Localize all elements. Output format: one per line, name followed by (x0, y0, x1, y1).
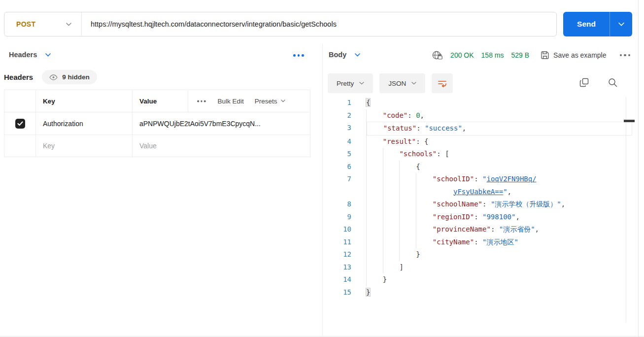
chevron-down-icon (281, 100, 285, 102)
indent-guide (416, 198, 416, 211)
code-line: 15} (323, 286, 638, 299)
bulk-edit-link[interactable]: Bulk Edit (218, 98, 244, 105)
indent-guide (383, 248, 383, 261)
indent-guide (366, 236, 367, 249)
copy-icon[interactable] (579, 78, 589, 87)
search-icon[interactable] (608, 78, 617, 87)
header-key-field[interactable]: Authorization (36, 112, 133, 135)
response-body-viewer[interactable]: 1{2"code": 0,3"status": "success",4"resu… (323, 97, 638, 337)
indent-guide (366, 161, 367, 173)
code-token: "998100" (482, 213, 515, 221)
code-token: : (416, 124, 425, 132)
method-selector[interactable]: POST (4, 12, 82, 36)
indent-guide (366, 198, 367, 211)
header-value-field[interactable]: aPNPWQUjbE2tAoi5V7bmE3CpycqN... (133, 112, 310, 135)
chevron-down-icon (66, 23, 71, 26)
indent-guide (399, 223, 400, 236)
request-section-selector[interactable]: Headers (9, 51, 51, 59)
indent-guide (367, 122, 367, 135)
indent-guide (383, 161, 383, 173)
indent-guide (399, 248, 400, 261)
headers-heading: Headers (4, 73, 33, 81)
indent-guide (366, 173, 367, 186)
code-line: 2"code": 0, (323, 109, 638, 122)
code-token: ioqV2FN9HBq/ (486, 175, 536, 183)
line-number: 6 (323, 161, 351, 173)
code-line: 5"schools": [ (323, 148, 638, 161)
code-token: : [ (437, 150, 449, 158)
line-number: 14 (323, 273, 351, 286)
code-token: } (383, 275, 387, 283)
status-code-badge[interactable]: 200 OK (450, 51, 474, 59)
new-header-key-field[interactable]: Key (36, 135, 133, 157)
code-token: : (474, 238, 482, 246)
indent-guide (366, 273, 367, 286)
code-line: 6{ (323, 161, 638, 173)
hidden-headers-badge[interactable]: 9 hidden (42, 70, 97, 84)
send-button-label[interactable]: Send (563, 12, 610, 36)
new-header-value-field[interactable]: Value (133, 135, 310, 157)
header-enabled-checkbox[interactable] (15, 119, 25, 129)
response-size-badge[interactable]: 529 B (511, 51, 530, 59)
response-section-title: Body (329, 51, 346, 59)
code-token: ] (399, 263, 403, 271)
response-more-actions-icon[interactable] (620, 54, 631, 57)
indent-guide (366, 261, 367, 274)
line-number: 9 (323, 211, 351, 224)
code-line: 13] (323, 261, 638, 274)
request-more-actions-icon[interactable] (293, 54, 304, 57)
indent-guide (366, 248, 367, 261)
code-line-content: "result": { (366, 135, 632, 148)
request-section-title: Headers (9, 51, 37, 59)
indent-guide (416, 186, 416, 199)
code-token: "provinceName" (433, 225, 491, 233)
code-line: 14} (323, 273, 638, 286)
code-token: : (482, 200, 491, 208)
send-options-button[interactable] (610, 12, 632, 36)
response-section-selector[interactable]: Body (329, 51, 360, 59)
code-line-content: ] (366, 261, 632, 274)
code-token: "cityName" (433, 238, 474, 246)
language-label: JSON (388, 80, 406, 87)
line-number: 11 (323, 236, 351, 249)
indent-guide (399, 161, 400, 173)
code-line-content: } (366, 273, 632, 286)
line-number: 5 (323, 148, 351, 161)
indent-guide (383, 261, 383, 274)
table-row: Key Value (4, 135, 310, 157)
send-button[interactable]: Send (563, 12, 632, 36)
save-as-example-button[interactable]: Save as example (541, 51, 606, 60)
indent-guide (416, 173, 416, 186)
scrollbar-cursor-marker[interactable] (624, 120, 635, 122)
line-number: 13 (323, 261, 351, 274)
save-icon (541, 51, 549, 60)
indent-guide (383, 148, 383, 161)
line-number: 3 (323, 122, 351, 135)
line-number: 15 (323, 286, 351, 299)
hidden-headers-count: 9 hidden (62, 73, 90, 81)
response-time-badge[interactable]: 158 ms (481, 51, 504, 59)
indent-guide (366, 186, 367, 199)
line-number (323, 186, 351, 199)
view-mode-dropdown[interactable]: Pretty (328, 73, 373, 93)
code-scrollbar[interactable] (626, 97, 626, 323)
table-more-actions-icon[interactable] (197, 100, 205, 102)
code-token: : (474, 213, 482, 221)
headers-table-header: Key Value Bulk Edit Presets (4, 90, 310, 112)
chevron-down-icon (359, 82, 364, 85)
wrap-lines-toggle[interactable] (432, 73, 453, 93)
code-line: 1{ (323, 97, 638, 109)
code-line-content: } (366, 248, 632, 261)
code-line-content: { (366, 97, 632, 109)
indent-guide (399, 236, 400, 249)
url-input[interactable] (82, 12, 556, 36)
code-token: "schoolName" (433, 200, 482, 208)
network-globe-lock-icon[interactable] (432, 50, 443, 60)
headers-table: Key Value Bulk Edit Presets Authorizatio (4, 90, 310, 157)
code-token: "schools" (399, 150, 437, 158)
presets-dropdown[interactable]: Presets (255, 98, 285, 105)
language-dropdown[interactable]: JSON (379, 73, 425, 93)
indent-guide (366, 223, 367, 236)
chevron-down-icon (618, 22, 624, 26)
code-line: yFsyUabkeA==", (323, 186, 638, 199)
